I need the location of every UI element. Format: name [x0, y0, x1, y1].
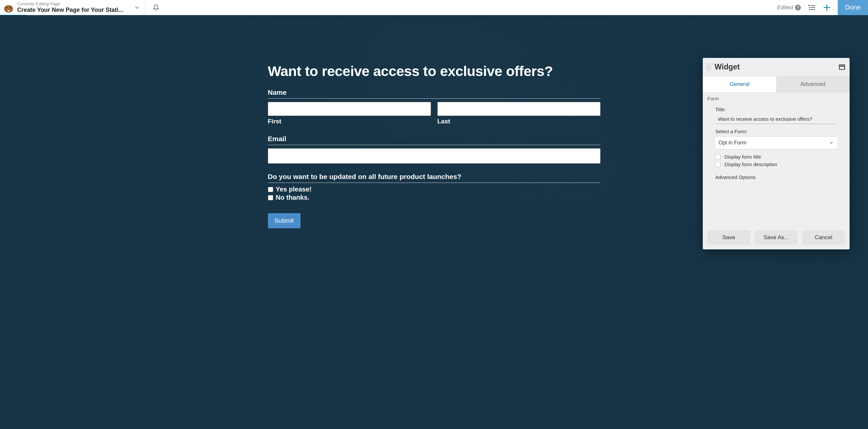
widget-panel-header[interactable]: Widget [703, 58, 849, 76]
svg-point-3 [9, 7, 11, 8]
help-icon[interactable]: ? [795, 5, 801, 10]
section-form-label: Form [703, 93, 849, 104]
save-button[interactable]: Save [707, 230, 750, 245]
add-content-icon[interactable] [823, 3, 831, 12]
display-title-label: Display form title [724, 154, 761, 160]
option-no-row[interactable]: No thanks. [268, 194, 600, 201]
display-title-checkbox[interactable] [715, 154, 720, 160]
svg-point-8 [809, 7, 810, 8]
chevron-down-icon [829, 140, 834, 145]
last-name-input[interactable] [437, 102, 600, 116]
title-field-label: Title: [715, 107, 837, 112]
outline-panel-icon[interactable] [807, 4, 816, 11]
svg-rect-14 [839, 65, 845, 69]
display-desc-label: Display form description [724, 162, 777, 167]
edited-status: Edited ? [777, 4, 801, 11]
edited-label: Edited [777, 4, 793, 11]
page-title: Create Your New Page for Your Stati... [17, 7, 123, 13]
svg-point-10 [809, 9, 810, 10]
last-sublabel: Last [437, 118, 600, 125]
advanced-options-toggle[interactable]: Advanced Options [715, 174, 837, 180]
option-yes-row[interactable]: Yes please! [268, 186, 600, 193]
email-label: Email [268, 135, 600, 145]
top-bar: Currently Editing Page Create Your New P… [0, 0, 868, 15]
cancel-button[interactable]: Cancel [802, 230, 845, 245]
page-switcher[interactable]: Currently Editing Page Create Your New P… [0, 0, 145, 15]
maximize-icon[interactable] [839, 64, 845, 70]
svg-rect-5 [7, 10, 9, 11]
page-label: Currently Editing Page [17, 2, 123, 7]
display-title-option[interactable]: Display form title [715, 154, 837, 160]
display-desc-option[interactable]: Display form description [715, 162, 837, 167]
tab-general[interactable]: General [703, 76, 776, 92]
page-canvas: Want to receive access to exclusive offe… [0, 15, 868, 429]
notifications-icon[interactable] [145, 4, 167, 11]
widget-settings-panel: Widget General Advanced Form Title: Sele… [703, 58, 849, 250]
done-button[interactable]: Done [838, 0, 868, 15]
widget-tabs: General Advanced [703, 76, 849, 93]
name-label: Name [268, 89, 600, 99]
drag-handle-icon[interactable] [706, 64, 711, 70]
first-sublabel: First [268, 118, 431, 125]
widget-footer: Save Save As... Cancel [703, 226, 849, 250]
title-input[interactable] [715, 114, 837, 124]
form-select[interactable]: Opt in Form [714, 136, 838, 150]
option-yes-checkbox[interactable] [268, 187, 273, 192]
question-label: Do you want to be updated on all future … [268, 173, 600, 183]
svg-point-6 [808, 5, 809, 6]
option-yes-label: Yes please! [276, 186, 312, 193]
select-form-label: Select a Form: [715, 129, 837, 134]
beaver-logo-icon [2, 1, 15, 14]
svg-point-2 [6, 7, 7, 8]
email-input[interactable] [268, 148, 600, 164]
option-no-label: No thanks. [276, 194, 309, 201]
tab-advanced[interactable]: Advanced [776, 76, 849, 92]
form-widget: Want to receive access to exclusive offe… [268, 15, 600, 228]
first-name-input[interactable] [268, 102, 431, 116]
option-no-checkbox[interactable] [268, 195, 273, 200]
form-heading: Want to receive access to exclusive offe… [268, 63, 600, 79]
chevron-down-icon[interactable] [134, 5, 140, 10]
display-desc-checkbox[interactable] [715, 162, 720, 167]
save-as-button[interactable]: Save As... [755, 230, 798, 245]
widget-panel-title: Widget [715, 63, 740, 71]
submit-button[interactable]: Submit [268, 213, 301, 228]
form-select-value: Opt in Form [719, 140, 746, 146]
